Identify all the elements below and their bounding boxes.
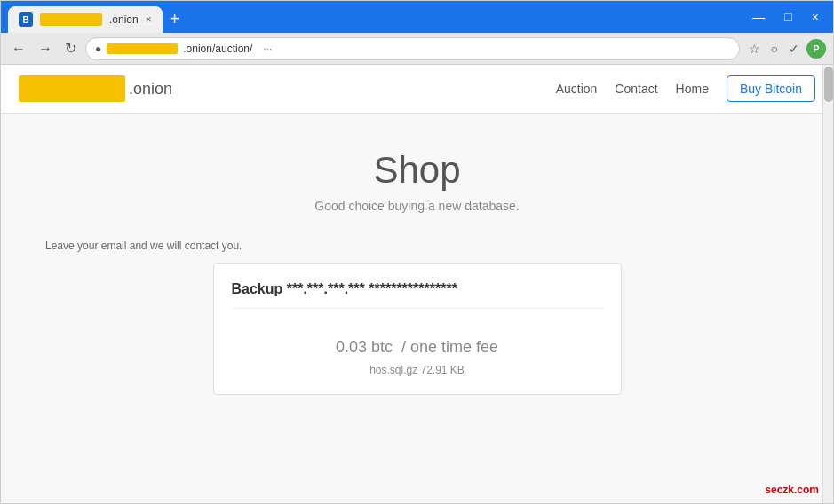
address-url-redacted [107,43,178,54]
address-input[interactable]: ● .onion/auction/ ··· [85,37,740,60]
tab-url-redacted [40,13,102,26]
page-title: Shop [36,149,798,192]
tab-bar: B .onion × + [8,1,745,33]
address-actions: ☆ ○ ✓ P [745,39,826,59]
buy-bitcoin-button[interactable]: Buy Bitcoin [727,75,815,102]
nav-auction[interactable]: Auction [556,82,598,96]
product-fee-label: / one time fee [401,338,498,356]
address-dots: ··· [263,43,272,55]
product-price-value: 0.03 btc [336,338,393,356]
product-title: Backup ***.***.***.*** **************** [232,281,603,309]
address-bar: ← → ↻ ● .onion/auction/ ··· ☆ ○ ✓ P [1,33,833,65]
tab-domain: .onion [109,13,139,26]
site-logo-bar [19,75,125,102]
site-logo: .onion [19,75,172,102]
site-navigation: .onion Auction Contact Home Buy Bitcoin [1,65,833,114]
shield-icon[interactable]: ○ [767,40,782,58]
site-nav-links: Auction Contact Home Buy Bitcoin [556,75,815,102]
lock-icon: ● [95,43,101,55]
profile-button[interactable]: P [806,39,826,59]
active-tab[interactable]: B .onion × [8,6,163,33]
bookmark-icon[interactable]: ☆ [745,40,764,58]
product-file-info: hos.sql.gz 72.91 KB [232,364,603,376]
page-body: Shop Good choice buying a new database. … [1,114,833,503]
site-logo-text: .onion [129,80,172,98]
scrollbar[interactable] [822,65,833,503]
address-url-suffix: .onion/auction/ [183,43,252,55]
watermark: seczk.com [765,484,819,496]
product-price: 0.03 btc / one time fee [232,323,603,360]
new-tab-button[interactable]: + [170,9,180,29]
tab-close-button[interactable]: × [146,13,152,26]
product-card: Backup ***.***.***.*** **************** … [213,263,622,395]
check-icon[interactable]: ✓ [785,40,803,58]
back-button[interactable]: ← [8,39,29,59]
nav-home[interactable]: Home [676,82,709,96]
browser-window: B .onion × + — □ × ← → ↻ ● .onion/auctio… [0,0,834,504]
maximize-button[interactable]: □ [777,8,798,26]
minimize-button[interactable]: — [745,8,772,26]
refresh-button[interactable]: ↻ [61,38,80,59]
scrollbar-thumb[interactable] [824,67,833,102]
window-controls: — □ × [745,8,826,26]
title-bar: B .onion × + — □ × [1,1,833,33]
page-subtitle: Good choice buying a new database. [36,199,798,213]
nav-contact[interactable]: Contact [615,82,657,96]
close-window-button[interactable]: × [805,8,826,26]
tab-favicon: B [19,12,33,27]
forward-button[interactable]: → [35,39,56,59]
contact-prompt: Leave your email and we will contact you… [45,240,798,252]
page-content: .onion Auction Contact Home Buy Bitcoin … [1,65,833,503]
